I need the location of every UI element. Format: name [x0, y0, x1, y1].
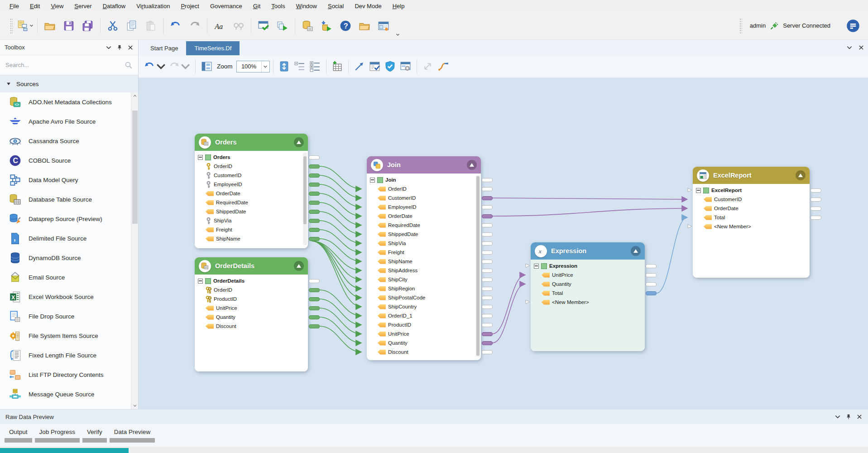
field-employeeid[interactable]: EmployeeID: [370, 202, 481, 212]
input-port[interactable]: [687, 188, 692, 193]
output-port[interactable]: [646, 282, 657, 286]
toolbox-item-list-ftp-directory-contents[interactable]: List FTP Directory Contents: [0, 365, 131, 385]
output-port[interactable]: [309, 306, 320, 310]
input-port[interactable]: [687, 224, 692, 229]
node-header[interactable]: xExpression: [531, 242, 645, 260]
field-new-member[interactable]: <New Member>: [696, 222, 810, 231]
output-port[interactable]: [482, 314, 493, 318]
node-expression[interactable]: xExpressionExpressionUnitPriceQuantityTo…: [531, 242, 645, 351]
output-port[interactable]: [482, 260, 493, 264]
node-root-row[interactable]: Expression: [534, 261, 645, 270]
field-customerid[interactable]: CustomerID: [370, 193, 481, 202]
field-freight[interactable]: Freight: [198, 225, 308, 234]
output-port[interactable]: [646, 264, 657, 268]
toolbox-item-cobol-source[interactable]: CCOBOL Source: [0, 151, 131, 170]
run-preview-button[interactable]: [254, 17, 273, 35]
search-input[interactable]: [5, 62, 125, 68]
field-productid[interactable]: ProductID: [198, 294, 308, 304]
field-orderid[interactable]: OrderID: [370, 184, 481, 193]
toolbox-scrollbar[interactable]: [131, 92, 138, 409]
menu-item-server[interactable]: Server: [69, 1, 96, 11]
connection-join-quantity-to-expression-quantity[interactable]: [493, 284, 525, 343]
save-button[interactable]: [60, 17, 78, 35]
toolbox-item-data-model-query[interactable]: Data Model Query: [0, 170, 131, 190]
field-customerid[interactable]: CustomerID: [696, 195, 810, 204]
feedback-chat-icon[interactable]: [846, 19, 860, 33]
open-button[interactable]: [41, 17, 59, 35]
node-scrollbar[interactable]: [303, 153, 307, 245]
field-discount[interactable]: Discount: [198, 322, 308, 331]
field-quantity[interactable]: Quantity: [370, 338, 481, 347]
field-productid[interactable]: ProductID: [370, 320, 481, 329]
node-orders[interactable]: OrdersOrdersOrderIDCustomerIDEmployeeIDO…: [195, 134, 308, 248]
cut-button[interactable]: [104, 17, 122, 35]
node-header[interactable]: Join: [367, 156, 481, 173]
toolbox-item-delimited-file-source[interactable]: ,Delimited File Source: [0, 229, 131, 248]
toolbox-item-email-source[interactable]: Email Source: [0, 268, 131, 287]
field-orderdate[interactable]: OrderDate: [198, 189, 308, 198]
add-table-button[interactable]: [330, 58, 345, 75]
bottom-tab-output[interactable]: Output: [5, 427, 32, 443]
output-port[interactable]: [309, 297, 320, 301]
dataflow-canvas[interactable]: OrdersOrdersOrderIDCustomerIDEmployeeIDO…: [139, 78, 868, 409]
node-root-row[interactable]: Orders: [198, 153, 308, 162]
expand-all-button[interactable]: [307, 58, 323, 75]
menu-item-tools[interactable]: Tools: [266, 1, 290, 11]
output-port[interactable]: [810, 216, 821, 220]
output-port[interactable]: [482, 278, 493, 282]
output-port[interactable]: [309, 228, 320, 232]
field-unitprice[interactable]: UnitPrice: [370, 329, 481, 338]
connection-join-unitprice-to-expression-unitprice[interactable]: [493, 275, 525, 334]
link-tool-button[interactable]: [352, 58, 367, 75]
toolbar-grip[interactable]: [10, 18, 13, 34]
output-port[interactable]: [309, 279, 320, 283]
menu-item-project[interactable]: Project: [176, 1, 204, 11]
fit-node-button[interactable]: [277, 58, 292, 75]
profile-button[interactable]: [398, 58, 413, 75]
output-port[interactable]: [309, 219, 320, 223]
field-quantity[interactable]: Quantity: [534, 280, 645, 289]
menu-item-dev-mode[interactable]: Dev Mode: [350, 1, 386, 11]
undo-button[interactable]: [167, 17, 185, 35]
field-shipvia[interactable]: ShipVia: [370, 239, 481, 248]
pin-icon[interactable]: [845, 414, 852, 420]
toolbox-item-ado-net-metadata-collections[interactable]: <>ADO.Net Metadata Collections: [0, 92, 131, 112]
output-port[interactable]: [482, 196, 493, 200]
chevron-down-icon[interactable]: [846, 44, 853, 51]
field-orderid[interactable]: OrderID: [198, 162, 308, 171]
field-requireddate[interactable]: RequiredDate: [198, 198, 308, 207]
collapse-node-button[interactable]: [631, 246, 641, 256]
output-port[interactable]: [309, 192, 320, 196]
toolbox-item-message-queue-source[interactable]: Message Queue Source: [0, 385, 131, 404]
output-port[interactable]: [482, 187, 493, 191]
chevron-down-icon[interactable]: [834, 414, 841, 420]
output-port[interactable]: [482, 178, 493, 182]
scroll-down-icon[interactable]: [133, 403, 137, 408]
field-requireddate[interactable]: RequiredDate: [370, 221, 481, 230]
toolbox-item-file-drop-source[interactable]: File Drop Source: [0, 307, 131, 326]
redo-button[interactable]: [186, 17, 204, 35]
output-port[interactable]: [482, 332, 493, 336]
field-orderid[interactable]: OrderID: [198, 285, 308, 294]
collapse-all-button[interactable]: [292, 58, 307, 75]
auto-layout-button[interactable]: [199, 58, 214, 75]
toolbox-item-fixed-length-file-source[interactable]: Fixed Length File Source: [0, 346, 131, 365]
connection-join-customerid-to-excelreport-customerid[interactable]: [493, 198, 687, 199]
input-port[interactable]: [525, 299, 530, 304]
toolbar-overflow-button[interactable]: [393, 30, 402, 39]
connection-orders-shipaddress-to-join-shipaddress[interactable]: [312, 241, 361, 270]
toolbox-item-excel-workbook-source[interactable]: XExcel Workbook Source: [0, 287, 131, 307]
output-port[interactable]: [309, 164, 320, 169]
field-shipcountry[interactable]: ShipCountry: [370, 302, 481, 311]
output-port[interactable]: [810, 188, 821, 193]
scroll-up-icon[interactable]: [133, 94, 137, 98]
output-port[interactable]: [309, 237, 320, 241]
toolbox-item-file-system-items-source[interactable]: File System Items Source: [0, 326, 131, 346]
menu-item-edit[interactable]: Edit: [25, 1, 45, 11]
field-shipregion[interactable]: ShipRegion: [370, 284, 481, 293]
output-port[interactable]: [309, 173, 320, 178]
field-unitprice[interactable]: UnitPrice: [198, 304, 308, 313]
export-window-button[interactable]: [374, 17, 393, 35]
tab-timeseries-df[interactable]: TimeSeries.Df: [186, 41, 240, 55]
node-excelreport[interactable]: ExcelReportExcelReportCustomerIDOrderDat…: [693, 167, 810, 278]
